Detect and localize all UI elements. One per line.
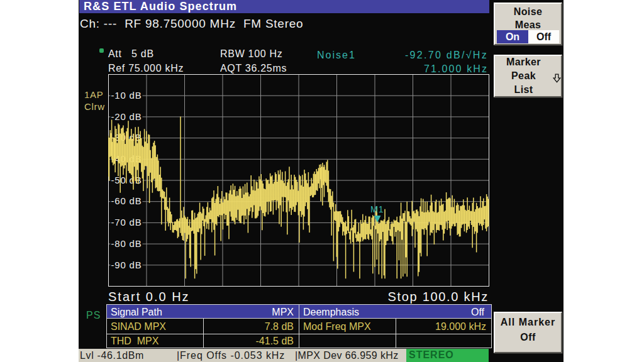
- svg-text:-70 dB: -70 dB: [111, 217, 142, 228]
- svg-text:-10 dB: -10 dB: [111, 90, 142, 101]
- svg-text:M1: M1: [370, 204, 384, 214]
- svg-text:-80 dB: -80 dB: [111, 238, 142, 249]
- svg-text:-90 dB: -90 dB: [111, 260, 142, 270]
- svg-text:-60 dB: -60 dB: [111, 195, 142, 206]
- svg-text:-20 dB: -20 dB: [111, 111, 142, 122]
